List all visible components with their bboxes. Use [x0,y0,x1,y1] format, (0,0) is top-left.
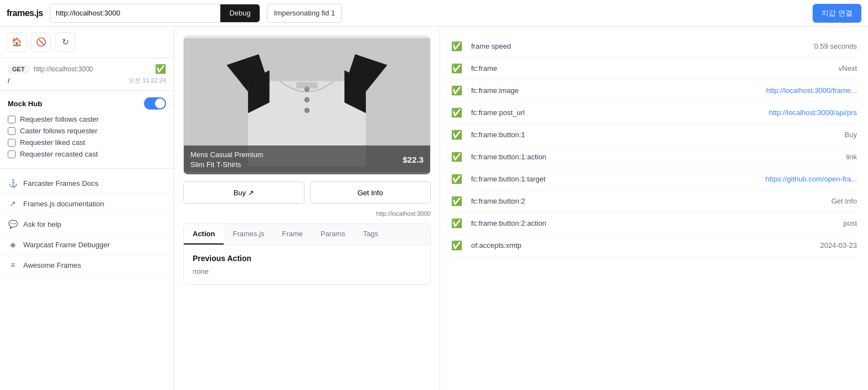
impersonate-badge[interactable]: Impersonating fid 1 [267,4,343,23]
prop-value: link [846,153,857,161]
debug-button[interactable]: Debug [220,4,259,23]
checkbox-item[interactable]: Requester follows caster [8,115,166,123]
check-icon: ✅ [451,218,464,228]
impersonate-label: Impersonating fid 1 [274,9,335,17]
sidebar-link-item[interactable]: 💬Ask for help [0,214,174,235]
check-icon: ✅ [451,174,464,184]
check-icon: ✅ [451,129,464,140]
ban-button[interactable]: 🚫 [31,32,51,52]
action-tabs: ActionFrames.jsFrameParamsTags Previous … [183,223,431,285]
check-icon: ✅ [451,196,464,206]
prop-value: Get Info [831,197,857,205]
prop-key: fc:frame:image [471,86,760,95]
prop-key: fc:frame:post_url [471,108,762,117]
checkbox-item[interactable]: Requester recasted cast [8,150,166,158]
checkbox-item[interactable]: Requester liked cast [8,138,166,147]
checkbox-item[interactable]: Caster follows requester [8,127,166,135]
frame-panel: Mens Casual Premium Slim Fit T-Shirts $2… [174,27,440,390]
prop-key: fc:frame [471,64,832,72]
method-badge: GET [8,65,29,74]
checkbox[interactable] [8,116,16,123]
product-sub: Slim Fit T-Shirts [190,160,264,170]
prop-key: fc:frame:button:1:action [471,153,839,161]
prop-row: ✅ of:accepts:xmtp 2024-03-23 [451,235,857,257]
prop-key: frame speed [471,42,808,50]
link-label: Ask for help [23,220,61,228]
get-info-button[interactable]: Get Info [310,181,431,204]
status-check-icon: ✅ [155,64,166,74]
checkbox[interactable] [8,139,16,147]
refresh-button[interactable]: ↻ [55,32,75,52]
prop-value[interactable]: https://github.com/open-fra... [766,175,857,183]
link-icon: ↗ [8,199,18,208]
tab-frames-js[interactable]: Frames.js [224,224,273,245]
link-label: Farcaster Frames Docs [23,179,99,188]
sidebar-top: 🏠 🚫 ↻ [0,27,174,58]
check-icon: ✅ [451,107,464,118]
connect-button[interactable]: 지갑 연결 [813,4,861,23]
previous-action-value: none [193,267,421,275]
product-name: Mens Casual Premium [190,150,264,160]
svg-rect-9 [296,82,318,89]
request-time: 오전 11:22:24 [128,76,166,85]
main-layout: 🏠 🚫 ↻ GET http://localhost:3000 ✅ / 오전 1… [0,27,868,390]
svg-point-8 [304,108,310,113]
prop-value[interactable]: http://localhost:3000/frame... [766,86,857,95]
prop-key: fc:frame:button:2 [471,197,825,205]
header: frames.js Debug Impersonating fid 1 지갑 연… [0,0,868,27]
prop-row: ✅ fc:frame:post_url http://localhost:300… [451,102,857,124]
prop-row: ✅ frame speed 0.59 seconds [451,35,857,58]
previous-action-title: Previous Action [193,254,421,263]
prop-value: Buy [845,131,857,139]
props-panel: ✅ frame speed 0.59 seconds ✅ fc:frame vN… [440,27,868,390]
request-path: / [8,76,10,85]
tab-tags[interactable]: Tags [354,224,387,245]
tab-content: Previous Action none [184,245,430,284]
url-input[interactable] [50,9,221,17]
prop-row: ✅ fc:frame:image http://localhost:3000/f… [451,80,857,102]
prop-value[interactable]: http://localhost:3000/api/prs [769,108,857,117]
frame-buttons: Buy ↗ Get Info [183,181,431,204]
prop-value: 0.59 seconds [814,42,857,50]
sidebar-link-item[interactable]: ⚓Farcaster Frames Docs [0,173,174,194]
checkbox[interactable] [8,127,16,135]
request-info: GET http://localhost:3000 ✅ / 오전 11:22:2… [0,58,174,91]
checkbox[interactable] [8,150,16,158]
home-button[interactable]: 🏠 [7,32,27,52]
check-icon: ✅ [451,41,464,51]
request-url: http://localhost:3000 [34,65,151,73]
frame-url: http://localhost:3000 [183,210,431,217]
prop-row: ✅ fc:frame:button:1:target https://githu… [451,168,857,190]
sidebar-link-item[interactable]: ↗Frames.js documentation [0,194,174,214]
price: $22.3 [402,155,423,164]
sidebar: 🏠 🚫 ↻ GET http://localhost:3000 ✅ / 오전 1… [0,27,174,390]
sidebar-link-item[interactable]: ◈Warpcast Frame Debugger [0,235,174,255]
frame-image-container: Mens Casual Premium Slim Fit T-Shirts $2… [183,35,431,175]
link-icon: 💬 [8,220,18,228]
mock-hub-toggle[interactable] [144,97,166,110]
buy-button[interactable]: Buy ↗ [183,181,304,204]
link-label: Awesome Frames [23,261,81,269]
prop-key: fc:frame:button:2:action [471,219,836,227]
prop-row: ✅ fc:frame vNext [451,58,857,80]
prop-key: fc:frame:button:1 [471,131,838,139]
tab-params[interactable]: Params [312,224,354,245]
link-icon: ≡ [8,261,18,269]
mock-hub-title: Mock Hub [8,100,42,108]
content: Mens Casual Premium Slim Fit T-Shirts $2… [174,27,868,390]
prop-row: ✅ fc:frame:button:2 Get Info [451,190,857,212]
sidebar-link-item[interactable]: ≡Awesome Frames [0,255,174,275]
link-icon: ⚓ [8,179,18,188]
prop-row: ✅ fc:frame:button:1:action link [451,146,857,168]
url-bar: Debug [50,4,260,23]
prop-value: 2024-03-23 [820,241,857,249]
tab-frame[interactable]: Frame [273,224,312,245]
tab-action[interactable]: Action [184,224,224,245]
link-label: Warpcast Frame Debugger [23,241,110,249]
check-icon: ✅ [451,63,464,74]
mock-hub: Mock Hub Requester follows casterCaster … [0,91,174,169]
prop-key: fc:frame:button:1:target [471,175,759,183]
svg-point-7 [304,97,310,102]
check-icon: ✅ [451,85,464,96]
prop-value: vNext [839,64,857,72]
